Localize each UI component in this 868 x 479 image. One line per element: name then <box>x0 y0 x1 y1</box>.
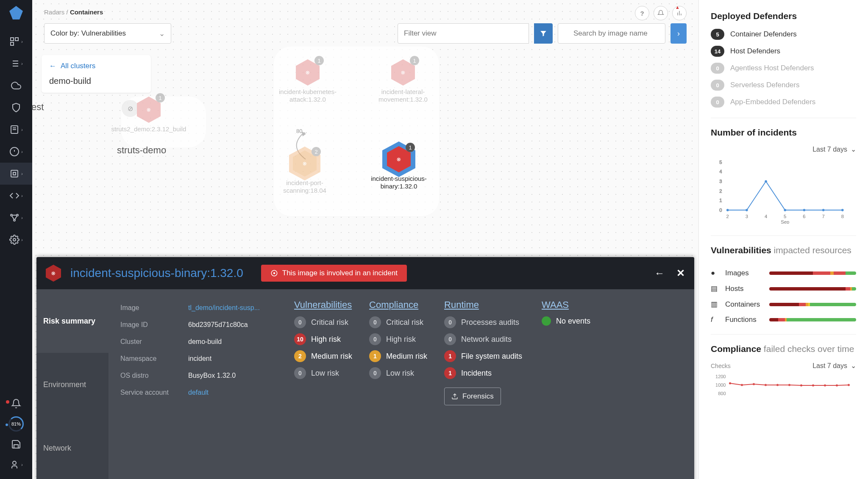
svg-point-41 <box>746 209 748 211</box>
node-suspicious-binary[interactable]: ⎈ 1 incident-suspicious-binary:1.32.0 <box>365 146 433 190</box>
svg-point-45 <box>822 209 825 211</box>
defender-row[interactable]: 5Container Defenders <box>711 29 856 40</box>
nav-defend[interactable] <box>0 97 32 119</box>
tab-risk-summary[interactable]: Risk summary <box>36 289 108 353</box>
node-lateral[interactable]: ⎈1 incident-lateral-movement:1.32.0 <box>369 59 437 103</box>
vulnerabilities-link[interactable]: Vulnerabilities <box>294 299 352 310</box>
svg-point-61 <box>765 384 767 386</box>
nav-alerts[interactable]: › <box>0 141 32 163</box>
blocked-icon: ⊘ <box>122 100 139 117</box>
service-account-link[interactable]: default <box>188 389 209 396</box>
svg-line-21 <box>12 216 14 219</box>
node-struts2[interactable]: ⊘ ⎈ 1 struts2_demo:2.3.12_build <box>115 97 183 133</box>
cluster-breadcrumb-card: ←All clusters demo-build <box>42 55 151 93</box>
defender-count: 0 <box>711 97 724 108</box>
resource-row-images[interactable]: ● Images <box>711 269 856 277</box>
period-select-2[interactable]: Last 7 days⌄ <box>812 362 856 370</box>
kubernetes-icon: ⎈ <box>147 106 151 114</box>
svg-point-46 <box>841 209 844 211</box>
svg-text:1: 1 <box>719 198 722 203</box>
detail-content: Imagetl_demo/incident-susp... Image ID6b… <box>108 289 694 479</box>
svg-rect-1 <box>15 38 18 41</box>
waas-link[interactable]: WAAS <box>542 299 590 310</box>
svg-text:Sep: Sep <box>781 219 789 224</box>
defender-row[interactable]: 14Host Defenders <box>711 46 856 57</box>
server-icon: ▤ <box>711 284 719 293</box>
target-icon <box>270 269 278 277</box>
svg-text:4: 4 <box>765 214 767 219</box>
nav-notifications[interactable] <box>0 393 32 414</box>
detail-header: ⎈ incident-suspicious-binary:1.32.0 This… <box>36 257 694 289</box>
detail-tabs: Risk summary Environment Network <box>36 289 108 479</box>
svg-point-62 <box>776 384 779 386</box>
color-by-label: Color by: Vulnerabilities <box>50 29 126 38</box>
runtime-link[interactable]: Runtime <box>444 299 525 310</box>
breadcrumb-root[interactable]: Radars <box>44 8 64 16</box>
nav-cloud[interactable] <box>0 75 32 97</box>
nav-settings[interactable]: › <box>0 229 32 251</box>
svg-text:1200: 1200 <box>715 374 726 379</box>
node-k8s-attack[interactable]: ⎈1 incident-kubernetes-attack:1.32.0 <box>274 59 342 103</box>
svg-text:5: 5 <box>719 160 722 165</box>
filter-view-input[interactable] <box>398 23 529 44</box>
nav-list[interactable]: › <box>0 53 32 75</box>
incident-banner[interactable]: This image is involved in an incident <box>261 265 407 282</box>
svg-line-22 <box>15 216 17 219</box>
resource-row-containers[interactable]: ▥ Containers <box>711 300 856 309</box>
period-select[interactable]: Last 7 days⌄ <box>812 145 856 153</box>
forensics-button[interactable]: Forensics <box>444 388 501 405</box>
svg-point-43 <box>784 209 786 211</box>
chevron-right-icon: › <box>21 61 22 66</box>
nav-compliance[interactable]: › <box>0 119 32 141</box>
kubernetes-icon: ⎈ <box>303 160 307 167</box>
defender-row[interactable]: 0Agentless Host Defenders <box>711 63 856 74</box>
chevron-down-icon: ⌄ <box>851 145 856 153</box>
svg-text:7: 7 <box>822 214 824 219</box>
svg-point-32 <box>273 272 275 274</box>
image-icon: ● <box>711 269 719 277</box>
notification-dot-icon <box>6 400 9 404</box>
image-link[interactable]: tl_demo/incident-susp... <box>188 304 260 312</box>
nav-code[interactable]: › <box>0 185 32 207</box>
filter-button[interactable] <box>534 23 553 44</box>
close-button[interactable]: ✕ <box>676 267 685 279</box>
node-port-scan[interactable]: ⎈ 2 incident-port-scanning:18.04 <box>271 150 339 194</box>
compliance-link[interactable]: Compliance <box>369 299 427 310</box>
nav-account[interactable]: › <box>0 454 32 475</box>
resource-row-functions[interactable]: f Functions <box>711 316 856 324</box>
nav-save[interactable] <box>0 434 32 454</box>
node-label: incident-suspicious-binary:1.32.0 <box>365 175 433 190</box>
svg-point-42 <box>765 180 767 183</box>
toolbar: Radars / Containers Color by: Vulnerabil… <box>32 0 698 44</box>
section-label-struts: struts-demo <box>117 145 166 156</box>
svg-point-60 <box>753 383 755 385</box>
node-label: incident-lateral-movement:1.32.0 <box>369 88 437 103</box>
section-label-test: est <box>31 102 44 113</box>
compliance-chart: 12001000800 <box>711 372 856 402</box>
waas-column: WAAS No events <box>542 299 590 476</box>
back-button[interactable]: ← <box>654 267 665 279</box>
chevron-right-icon: › <box>21 194 22 198</box>
color-by-select[interactable]: Color by: Vulnerabilities ⌄ <box>44 23 171 44</box>
gauge-value: 81% <box>11 421 21 426</box>
defender-label: App-Embedded Defenders <box>730 98 815 106</box>
nav-network[interactable]: › <box>0 207 32 229</box>
svg-marker-30 <box>302 131 306 136</box>
defender-row[interactable]: 0App-Embedded Defenders <box>711 97 856 108</box>
vuln-resources-heading: Vulnerabilities impacted resources <box>711 245 856 255</box>
nav-dashboard[interactable]: › <box>0 30 32 53</box>
next-button[interactable]: › <box>670 23 687 44</box>
defender-row[interactable]: 0Serverless Defenders <box>711 80 856 91</box>
svg-point-58 <box>729 382 731 385</box>
search-image-input[interactable] <box>558 23 665 44</box>
nav-health-gauge[interactable]: 81% <box>0 414 32 434</box>
nav-containers[interactable]: › <box>0 163 32 185</box>
tab-network[interactable]: Network <box>36 416 108 479</box>
tab-environment[interactable]: Environment <box>36 353 108 416</box>
arrow-left-icon: ← <box>49 62 56 70</box>
svg-point-44 <box>803 209 806 211</box>
checks-axis-label: Checks <box>711 363 731 369</box>
resource-row-hosts[interactable]: ▤ Hosts <box>711 284 856 293</box>
status-dot-green <box>542 316 551 326</box>
all-clusters-link[interactable]: ←All clusters <box>49 62 143 70</box>
